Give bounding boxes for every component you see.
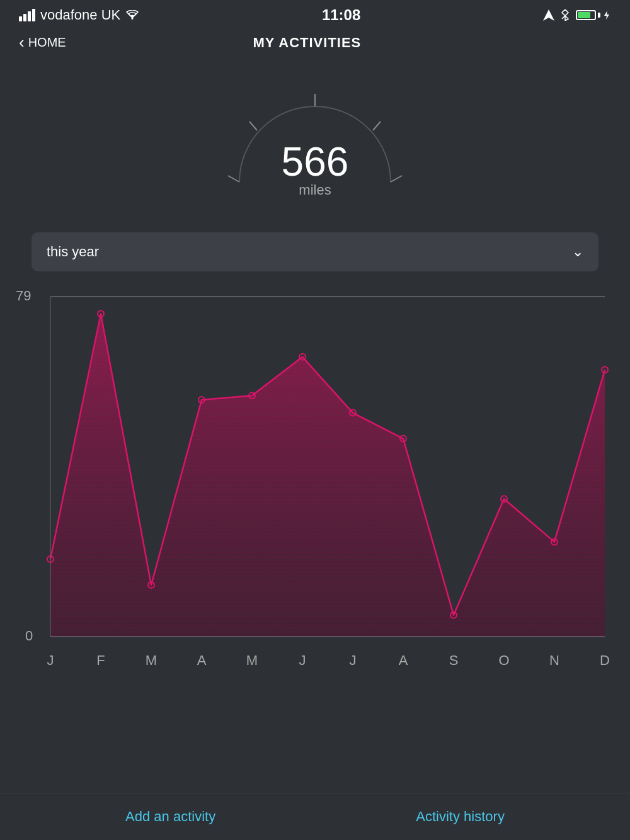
svg-line-3 [391,176,402,182]
battery-tip [598,13,600,18]
svg-text:M: M [146,652,157,668]
back-label: HOME [28,35,66,50]
period-chevron-icon: ⌄ [572,244,583,260]
svg-text:79: 79 [16,288,31,304]
svg-line-4 [249,122,257,130]
svg-text:S: S [449,652,459,668]
signal-bars [19,9,35,21]
back-button[interactable]: ‹ HOME [19,33,66,52]
activity-chart: 790JFMAMJJASOND [13,284,617,674]
svg-line-2 [228,176,239,182]
period-label: this year [47,244,99,260]
gauge-container: 566 miles [0,62,630,220]
svg-text:O: O [498,652,509,668]
charging-icon [602,11,611,20]
nav-bar: ‹ HOME MY ACTIVITIES [0,28,630,62]
svg-point-23 [350,410,356,416]
svg-text:M: M [246,652,258,668]
svg-point-25 [450,612,457,618]
svg-text:N: N [549,652,559,668]
status-left: vodafone UK [19,7,139,23]
page-title: MY ACTIVITIES [253,35,361,51]
location-icon [543,9,554,21]
svg-point-21 [249,392,255,399]
svg-text:F: F [96,652,105,668]
svg-point-18 [98,310,104,317]
svg-text:566: 566 [282,139,349,184]
svg-point-26 [501,496,507,502]
back-chevron: ‹ [19,33,25,52]
carrier-name: vodafone UK [40,7,120,23]
svg-text:miles: miles [299,182,331,198]
battery-fill [578,12,590,18]
bottom-bar: Add an activity Activity history [0,793,630,840]
svg-point-19 [148,582,154,588]
svg-line-5 [373,122,381,130]
battery-body [576,10,596,20]
svg-text:0: 0 [25,628,33,644]
status-bar: vodafone UK 11:08 [0,0,630,28]
svg-point-27 [551,539,558,545]
bluetooth-icon [559,9,571,21]
svg-point-20 [198,397,205,403]
svg-text:A: A [399,652,408,668]
svg-marker-16 [50,314,605,637]
svg-point-22 [299,354,306,360]
period-selector[interactable]: this year ⌄ [32,232,598,271]
svg-point-24 [400,436,406,442]
svg-text:D: D [600,652,610,668]
chart-container: 790JFMAMJJASOND [13,284,617,674]
add-activity-button[interactable]: Add an activity [125,809,215,825]
svg-text:A: A [197,652,207,668]
gauge-svg: 566 miles [214,75,416,213]
activity-history-button[interactable]: Activity history [416,809,505,825]
status-right [543,9,611,21]
svg-text:J: J [47,652,54,668]
wifi-icon [125,10,139,20]
battery [576,10,611,20]
svg-point-28 [602,366,608,373]
svg-text:J: J [350,652,357,668]
svg-point-0 [132,18,134,20]
status-time: 11:08 [322,6,360,24]
svg-text:J: J [299,652,306,668]
